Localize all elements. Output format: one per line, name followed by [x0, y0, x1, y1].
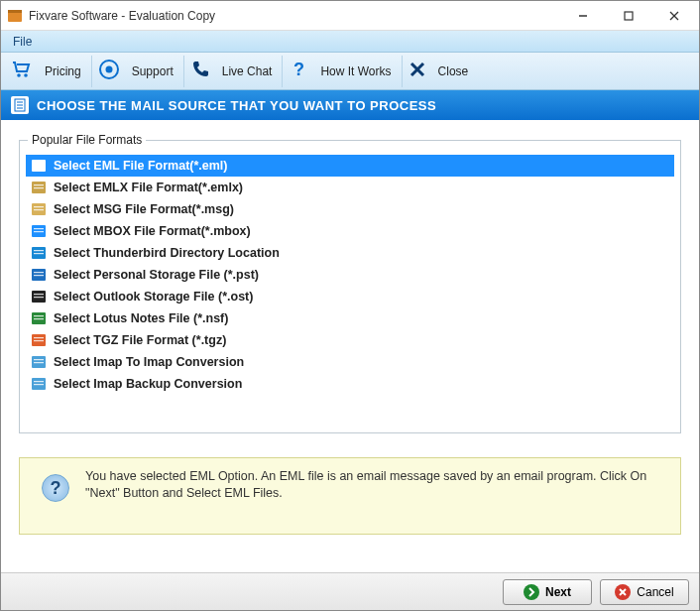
- menubar: File: [1, 31, 699, 53]
- format-option[interactable]: Select Thunderbird Directory Location: [26, 242, 674, 264]
- document-icon: [11, 96, 29, 114]
- format-label: Select EMLX File Format(*.emlx): [54, 181, 243, 194]
- svg-rect-28: [34, 231, 44, 232]
- svg-rect-43: [34, 340, 44, 341]
- window-title: Fixvare Software - Evaluation Copy: [29, 9, 215, 23]
- svg-rect-37: [34, 297, 44, 298]
- cancel-button[interactable]: Cancel: [600, 579, 689, 605]
- svg-rect-21: [34, 184, 44, 185]
- toolbar-label: Pricing: [45, 64, 81, 78]
- svg-rect-1: [8, 10, 22, 13]
- format-option[interactable]: Select Imap Backup Conversion: [26, 373, 674, 395]
- svg-rect-36: [34, 294, 44, 295]
- format-label: Select Thunderbird Directory Location: [54, 246, 280, 260]
- svg-rect-40: [34, 318, 44, 319]
- toolbar: Pricing Support Live Chat ? How It Works…: [1, 53, 699, 90]
- toolbar-label: Close: [438, 64, 469, 78]
- section-header: CHOOSE THE MAIL SOURCE THAT YOU WANT TO …: [1, 90, 699, 120]
- content-area: Popular File Formats Select EML File For…: [1, 120, 699, 572]
- format-option[interactable]: Select MBOX File Format(*.mbox): [26, 220, 674, 242]
- outlook-dark-icon: [30, 289, 48, 305]
- fieldset-legend: Popular File Formats: [28, 133, 146, 147]
- format-label: Select Lotus Notes File (*.nsf): [54, 311, 228, 325]
- file-mbox-icon: [30, 223, 48, 239]
- format-label: Select MBOX File Format(*.mbox): [54, 224, 251, 238]
- svg-rect-18: [34, 163, 44, 164]
- info-box: ? You have selected EML Option. An EML f…: [19, 457, 681, 535]
- svg-rect-46: [34, 362, 44, 363]
- svg-rect-24: [34, 206, 44, 207]
- svg-point-7: [24, 73, 28, 77]
- toolbar-pricing[interactable]: Pricing: [5, 56, 92, 87]
- format-option[interactable]: Select Outlook Storage File (*.ost): [26, 286, 674, 307]
- next-button[interactable]: Next: [503, 579, 592, 605]
- svg-rect-27: [34, 228, 44, 229]
- toolbar-label: Live Chat: [222, 64, 273, 78]
- toolbar-howitworks[interactable]: ? How It Works: [283, 56, 402, 87]
- tgz-icon: [30, 332, 48, 348]
- format-label: Select Imap Backup Conversion: [54, 377, 242, 391]
- next-label: Next: [545, 585, 571, 599]
- outlook-icon: [30, 267, 48, 283]
- svg-rect-22: [34, 187, 44, 188]
- question-icon: ?: [289, 60, 314, 82]
- section-title: CHOOSE THE MAIL SOURCE THAT YOU WANT TO …: [37, 98, 436, 113]
- svg-rect-33: [34, 272, 44, 273]
- format-option[interactable]: Select EML File Format(*.eml): [26, 155, 674, 177]
- arrow-right-icon: [524, 584, 539, 600]
- toolbar-livechat[interactable]: Live Chat: [184, 56, 284, 87]
- menu-file[interactable]: File: [7, 33, 38, 51]
- format-label: Select Imap To Imap Conversion: [54, 355, 244, 369]
- format-label: Select MSG File Format(*.msg): [54, 202, 234, 216]
- format-option[interactable]: Select Imap To Imap Conversion: [26, 351, 674, 373]
- cancel-icon: [615, 584, 631, 600]
- svg-point-9: [105, 66, 112, 73]
- app-icon: [7, 8, 23, 24]
- formats-list: Select EML File Format(*.eml)Select EMLX…: [26, 155, 674, 395]
- svg-rect-42: [34, 337, 44, 338]
- toolbar-close[interactable]: Close: [403, 56, 479, 87]
- toolbar-label: Support: [132, 64, 174, 78]
- minimize-button[interactable]: [560, 1, 606, 31]
- titlebar: Fixvare Software - Evaluation Copy: [1, 1, 699, 31]
- svg-rect-19: [34, 166, 44, 167]
- lotus-icon: [30, 310, 48, 326]
- format-label: Select TGZ File Format (*.tgz): [54, 333, 226, 347]
- support-icon: [98, 59, 126, 83]
- svg-rect-49: [34, 384, 44, 385]
- phone-icon: [190, 60, 216, 82]
- format-option[interactable]: Select MSG File Format(*.msg): [26, 198, 674, 220]
- svg-point-6: [17, 73, 21, 77]
- toolbar-label: How It Works: [320, 64, 391, 78]
- format-label: Select Outlook Storage File (*.ost): [54, 290, 253, 304]
- footer: Next Cancel: [1, 572, 699, 610]
- close-icon: [408, 61, 432, 81]
- imap-icon: [30, 354, 48, 370]
- svg-rect-34: [34, 275, 44, 276]
- toolbar-support[interactable]: Support: [92, 56, 184, 87]
- imap-backup-icon: [30, 376, 48, 392]
- file-msg-icon: [30, 201, 48, 217]
- mail-icon: [30, 180, 48, 195]
- cart-icon: [11, 60, 39, 82]
- svg-rect-31: [34, 253, 44, 254]
- info-icon: ?: [42, 474, 69, 502]
- format-option[interactable]: Select EMLX File Format(*.emlx): [26, 177, 674, 198]
- maximize-button[interactable]: [606, 1, 651, 31]
- close-window-button[interactable]: [651, 1, 697, 31]
- info-text: You have selected EML Option. An EML fil…: [85, 468, 664, 502]
- format-option[interactable]: Select TGZ File Format (*.tgz): [26, 329, 674, 351]
- svg-rect-45: [34, 359, 44, 360]
- svg-rect-3: [625, 12, 633, 20]
- svg-rect-39: [34, 315, 44, 316]
- cancel-label: Cancel: [637, 585, 673, 599]
- format-option[interactable]: Select Lotus Notes File (*.nsf): [26, 307, 674, 329]
- svg-rect-48: [34, 381, 44, 382]
- svg-rect-30: [34, 250, 44, 251]
- thunderbird-icon: [30, 245, 48, 261]
- svg-rect-25: [34, 209, 44, 210]
- format-label: Select EML File Format(*.eml): [54, 159, 228, 173]
- format-option[interactable]: Select Personal Storage File (*.pst): [26, 264, 674, 286]
- formats-fieldset: Popular File Formats Select EML File For…: [19, 140, 681, 433]
- format-label: Select Personal Storage File (*.pst): [54, 268, 259, 282]
